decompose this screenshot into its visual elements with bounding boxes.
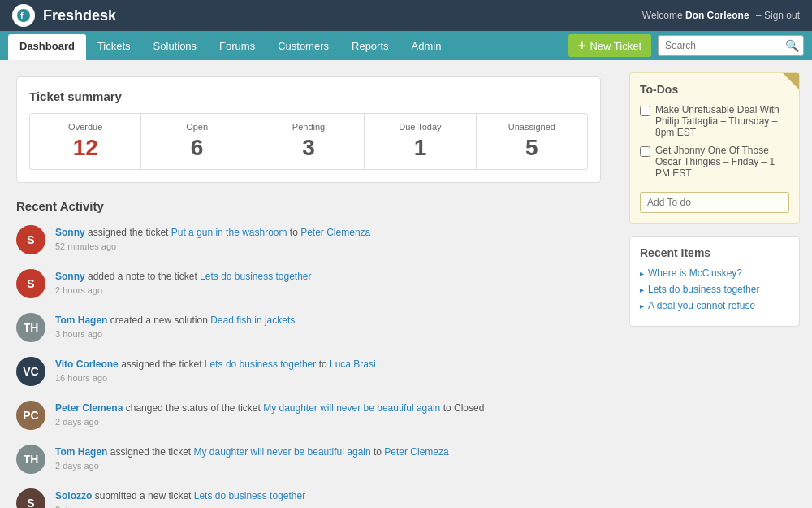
todos-title: To-Dos xyxy=(640,83,789,96)
nav-admin[interactable]: Admin xyxy=(400,31,453,60)
activity-ticket-link[interactable]: Lets do business together xyxy=(205,358,316,370)
activity-timestamp: 52 minutes ago xyxy=(55,241,601,251)
stat-due-today-label: Due Today xyxy=(373,122,467,132)
header-user-info: Welcome Don Corleone – Sign out xyxy=(642,10,800,21)
avatar: PC xyxy=(16,401,45,430)
activity-timestamp: 2 days ago xyxy=(55,417,601,427)
activity-item: SSonny assigned the ticket Put a gun in … xyxy=(16,225,601,254)
todo-list: Make Unrefusable Deal With Philip Tattag… xyxy=(640,104,789,179)
avatar: S xyxy=(16,488,45,508)
activity-person-link[interactable]: Luca Brasi xyxy=(330,358,376,370)
activity-content: Tom Hagen created a new solution Dead fi… xyxy=(55,313,601,339)
activity-actor-link[interactable]: Solozzo xyxy=(55,490,92,501)
activity-actor-link[interactable]: Sonny xyxy=(55,271,85,282)
nav-right: New Ticket 🔍 xyxy=(568,31,804,60)
activity-ticket-link[interactable]: My daughter will never be beautiful agai… xyxy=(263,402,440,414)
avatar: TH xyxy=(16,445,45,474)
search-input[interactable] xyxy=(658,35,804,56)
activity-content: Solozzo submitted a new ticket Lets do b… xyxy=(55,488,601,508)
nav-solutions[interactable]: Solutions xyxy=(142,31,208,60)
activity-text: Solozzo submitted a new ticket Lets do b… xyxy=(55,488,601,503)
activity-text: Peter Clemena changed the status of the … xyxy=(55,401,601,415)
stat-due-today: Due Today 1 xyxy=(365,114,476,169)
sign-out-link[interactable]: – Sign out xyxy=(756,10,800,21)
main-nav: Dashboard Tickets Solutions Forums Custo… xyxy=(0,31,812,60)
add-todo-input[interactable] xyxy=(640,192,789,213)
stat-due-today-value: 1 xyxy=(373,135,467,161)
nav-reports[interactable]: Reports xyxy=(340,31,400,60)
todo-text: Get Jhonny One Of Those Oscar Thingies –… xyxy=(655,145,789,179)
activity-actor-link[interactable]: Tom Hagen xyxy=(55,446,107,458)
activity-ticket-link[interactable]: My daughter will never be beautiful agai… xyxy=(194,446,371,458)
todo-text: Make Unrefusable Deal With Philip Tattag… xyxy=(655,104,789,138)
search-wrapper: 🔍 xyxy=(658,35,804,56)
todos-panel: To-Dos Make Unrefusable Deal With Philip… xyxy=(629,72,800,224)
activity-list: SSonny assigned the ticket Put a gun in … xyxy=(16,225,601,508)
header-left: f Freshdesk xyxy=(12,4,116,27)
svg-point-0 xyxy=(17,9,30,22)
recent-item-link[interactable]: Where is McCluskey? xyxy=(640,267,789,279)
activity-content: Sonny added a note to the ticket Lets do… xyxy=(55,269,601,295)
stat-unassigned: Unassigned 5 xyxy=(477,114,587,169)
stat-unassigned-value: 5 xyxy=(485,135,579,161)
stat-overdue-label: Overdue xyxy=(38,122,132,132)
stat-overdue: Overdue 12 xyxy=(30,114,141,169)
logo-icon: f xyxy=(12,4,35,27)
todo-item: Make Unrefusable Deal With Philip Tattag… xyxy=(640,104,789,138)
avatar: S xyxy=(16,269,45,298)
stat-overdue-value: 12 xyxy=(38,135,132,161)
activity-ticket-link[interactable]: Lets do business together xyxy=(194,490,305,501)
activity-item: THTom Hagen assigned the ticket My daugh… xyxy=(16,445,601,474)
activity-content: Sonny assigned the ticket Put a gun in t… xyxy=(55,225,601,251)
activity-person-link[interactable]: Peter Clemeza xyxy=(384,446,448,458)
summary-stats: Overdue 12 Open 6 Pending 3 Due Today 1 … xyxy=(29,113,588,170)
activity-content: Tom Hagen assigned the ticket My daughte… xyxy=(55,445,601,471)
recent-activity-title: Recent Activity xyxy=(16,199,601,213)
stat-open-label: Open xyxy=(149,122,244,132)
welcome-label: Welcome xyxy=(642,10,683,21)
activity-ticket-link[interactable]: Lets do business together xyxy=(200,271,311,282)
content-area: Ticket summary Overdue 12 Open 6 Pending… xyxy=(0,60,812,508)
recent-item-link[interactable]: A deal you cannot refuse xyxy=(640,300,789,311)
nav-dashboard[interactable]: Dashboard xyxy=(8,34,86,60)
ticket-summary-panel: Ticket summary Overdue 12 Open 6 Pending… xyxy=(16,76,601,183)
activity-timestamp: 3 hours ago xyxy=(55,329,601,339)
activity-timestamp: 2 days ago xyxy=(55,461,601,471)
todo-checkbox[interactable] xyxy=(640,106,650,116)
activity-timestamp: 2 hours ago xyxy=(55,285,601,295)
username: Don Corleone xyxy=(685,10,749,21)
activity-item: VCVito Corleone assigned the ticket Lets… xyxy=(16,357,601,386)
main-panel: Ticket summary Overdue 12 Open 6 Pending… xyxy=(0,60,617,508)
activity-ticket-link[interactable]: Put a gun in the washroom xyxy=(171,227,287,238)
stat-unassigned-label: Unassigned xyxy=(485,122,579,132)
svg-text:f: f xyxy=(20,11,24,20)
stat-pending: Pending 3 xyxy=(253,114,365,169)
app-title: Freshdesk xyxy=(43,7,116,24)
nav-forums[interactable]: Forums xyxy=(208,31,266,60)
activity-ticket-link[interactable]: Dead fish in jackets xyxy=(210,315,295,326)
activity-timestamp: 16 hours ago xyxy=(55,373,601,383)
sidebar: To-Dos Make Unrefusable Deal With Philip… xyxy=(617,60,812,508)
nav-tickets[interactable]: Tickets xyxy=(86,31,142,60)
activity-person-link[interactable]: Peter Clemenza xyxy=(300,227,370,238)
recent-item-link[interactable]: Lets do business together xyxy=(640,284,789,295)
activity-actor-link[interactable]: Tom Hagen xyxy=(55,315,107,326)
stat-open: Open 6 xyxy=(141,114,253,169)
todo-item: Get Jhonny One Of Those Oscar Thingies –… xyxy=(640,145,789,179)
activity-text: Sonny assigned the ticket Put a gun in t… xyxy=(55,225,601,240)
activity-item: SSonny added a note to the ticket Lets d… xyxy=(16,269,601,298)
activity-actor-link[interactable]: Sonny xyxy=(55,227,85,238)
activity-item: SSolozzo submitted a new ticket Lets do … xyxy=(16,488,601,508)
avatar: S xyxy=(16,225,45,254)
nav-customers[interactable]: Customers xyxy=(266,31,340,60)
activity-actor-link[interactable]: Peter Clemena xyxy=(55,402,123,414)
activity-text: Vito Corleone assigned the ticket Lets d… xyxy=(55,357,601,371)
new-ticket-button[interactable]: New Ticket xyxy=(568,34,651,57)
activity-item: THTom Hagen created a new solution Dead … xyxy=(16,313,601,342)
activity-timestamp: 2 days ago xyxy=(55,505,601,508)
activity-actor-link[interactable]: Vito Corleone xyxy=(55,358,119,370)
activity-text: Sonny added a note to the ticket Lets do… xyxy=(55,269,601,284)
stat-pending-value: 3 xyxy=(261,135,356,161)
recent-activity-panel: Recent Activity SSonny assigned the tick… xyxy=(16,199,601,508)
todo-checkbox[interactable] xyxy=(640,146,650,157)
